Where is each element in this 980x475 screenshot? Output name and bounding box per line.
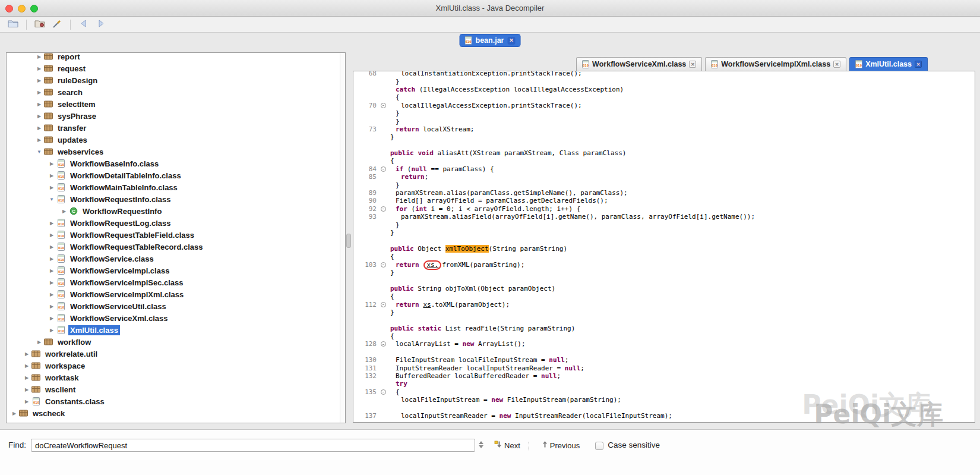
tree-item[interactable]: ▶transfer: [7, 122, 345, 134]
collapse-arrow-icon[interactable]: ▼: [48, 197, 56, 202]
expand-arrow-icon[interactable]: ▶: [60, 209, 68, 214]
close-tab-icon[interactable]: ✕: [915, 61, 922, 68]
code-lines[interactable]: 68localInstantiationException.printStack…: [353, 71, 975, 420]
collapse-region-icon[interactable]: [381, 389, 386, 395]
expand-arrow-icon[interactable]: ▶: [35, 54, 43, 59]
tree-item[interactable]: ▼010WorkflowRequestInfo.class: [7, 193, 345, 205]
expand-arrow-icon[interactable]: ▶: [23, 363, 31, 369]
expand-arrow-icon[interactable]: ▶: [48, 173, 56, 178]
tree-item[interactable]: ▶request: [7, 62, 345, 74]
expand-arrow-icon[interactable]: ▶: [35, 125, 43, 131]
expand-arrow-icon[interactable]: ▶: [48, 316, 56, 321]
find-next-button[interactable]: Next: [494, 441, 520, 450]
expand-arrow-icon[interactable]: ▶: [48, 292, 56, 297]
tree-item[interactable]: ▶010WorkflowServiceXml.class: [7, 312, 345, 324]
expand-arrow-icon[interactable]: ▶: [10, 411, 18, 416]
tree-item[interactable]: ▶selectItem: [7, 98, 345, 110]
back-button[interactable]: [77, 19, 91, 31]
tree-item[interactable]: ▶010WorkflowServiceUtil.class: [7, 300, 345, 312]
splitter-handle[interactable]: [346, 234, 351, 248]
expand-arrow-icon[interactable]: ▶: [48, 244, 56, 250]
tree-item[interactable]: ▶CWorkflowRequestInfo: [7, 205, 345, 217]
collapse-region-icon[interactable]: [381, 341, 386, 347]
expand-arrow-icon[interactable]: ▶: [23, 375, 31, 380]
expand-arrow-icon[interactable]: ▶: [48, 232, 56, 238]
expand-arrow-icon[interactable]: ▶: [23, 387, 31, 392]
expand-arrow-icon[interactable]: ▶: [48, 256, 56, 262]
expand-arrow-icon[interactable]: ▶: [23, 399, 31, 404]
collapse-region-icon[interactable]: [381, 262, 386, 268]
tree-item[interactable]: ▶workrelate.util: [7, 348, 345, 360]
tree-item[interactable]: ▶sysPhrase: [7, 110, 345, 122]
collapse-region-icon[interactable]: [381, 206, 386, 212]
collapse-region-icon[interactable]: [381, 103, 386, 108]
editor-tab[interactable]: 010WorkflowServiceXml.class✕: [576, 57, 702, 71]
tree-item[interactable]: ▶workspace: [7, 360, 345, 372]
tree-item[interactable]: ▶010WorkflowServiceImplXml.class: [7, 288, 345, 300]
search-button[interactable]: [50, 19, 64, 31]
stepper-down-icon[interactable]: [479, 445, 483, 448]
expand-arrow-icon[interactable]: ▶: [48, 221, 56, 226]
fold-icon[interactable]: [378, 262, 388, 268]
tree-item[interactable]: ▶report: [7, 52, 345, 62]
tree-item[interactable]: ▶search: [7, 86, 345, 98]
tree-item[interactable]: ▼webservices: [7, 146, 345, 158]
expand-arrow-icon[interactable]: ▶: [35, 78, 43, 83]
fold-icon[interactable]: [378, 341, 388, 347]
close-tab-icon[interactable]: ✕: [507, 37, 515, 45]
expand-arrow-icon[interactable]: ▶: [35, 102, 43, 107]
editor-tab[interactable]: 010XmlUtil.class✕: [849, 57, 928, 71]
tree-item[interactable]: ▶010WorkflowRequestTableField.class: [7, 229, 345, 241]
case-sensitive-checkbox[interactable]: [595, 442, 603, 450]
close-tab-icon[interactable]: ✕: [833, 61, 840, 68]
fold-icon[interactable]: [378, 206, 388, 212]
tree-item[interactable]: ▶010WorkflowRequestLog.class: [7, 217, 345, 229]
fold-icon[interactable]: [378, 103, 388, 108]
find-previous-button[interactable]: Previous: [540, 441, 580, 450]
expand-arrow-icon[interactable]: ▶: [48, 185, 56, 190]
collapse-region-icon[interactable]: [381, 302, 386, 307]
tree-item[interactable]: ▶010WorkflowRequestTableRecord.class: [7, 241, 345, 253]
expand-arrow-icon[interactable]: ▶: [35, 66, 43, 71]
fold-icon[interactable]: [378, 166, 388, 172]
collapse-region-icon[interactable]: [381, 166, 386, 172]
open-file-button[interactable]: [6, 19, 20, 31]
find-history-stepper[interactable]: [479, 441, 483, 448]
tree-item[interactable]: ▶010WorkflowServiceImpl.class: [7, 265, 345, 276]
expand-arrow-icon[interactable]: ▶: [48, 268, 56, 273]
tree-item[interactable]: ▶010WorkflowService.class: [7, 253, 345, 265]
class-icon: 010: [56, 266, 66, 275]
expand-arrow-icon[interactable]: ▶: [35, 137, 43, 143]
tree-item[interactable]: ▶worktask: [7, 372, 345, 383]
tree-item[interactable]: ▶wsclient: [7, 383, 345, 395]
tab-bean-jar[interactable]: 010 bean.jar ✕: [460, 34, 521, 47]
close-tab-icon[interactable]: ✕: [689, 61, 696, 68]
tree-item[interactable]: ▶workflow: [7, 336, 345, 348]
tree-item[interactable]: ▶010XmlUtil.class: [7, 324, 345, 336]
fold-icon[interactable]: [378, 302, 388, 307]
expand-arrow-icon[interactable]: ▶: [35, 114, 43, 119]
expand-arrow-icon[interactable]: ▶: [48, 304, 56, 309]
expand-arrow-icon[interactable]: ▶: [48, 328, 56, 333]
stepper-up-icon[interactable]: [479, 441, 483, 444]
forward-button[interactable]: [94, 19, 108, 31]
expand-arrow-icon[interactable]: ▶: [35, 90, 43, 95]
tree-item[interactable]: ▶ruleDesign: [7, 74, 345, 86]
tree-item[interactable]: ▶updates: [7, 134, 345, 146]
tree-item[interactable]: ▶010Constants.class: [7, 395, 345, 407]
open-type-button[interactable]: [33, 19, 47, 31]
find-input[interactable]: [31, 439, 475, 452]
editor-tab[interactable]: 010WorkflowServiceImplXml.class✕: [705, 57, 846, 71]
expand-arrow-icon[interactable]: ▶: [23, 351, 31, 357]
tree-item[interactable]: ▶010WorkflowServiceImplSec.class: [7, 276, 345, 288]
expand-arrow-icon[interactable]: ▶: [35, 339, 43, 345]
tree-item[interactable]: ▶010WorkflowMainTableInfo.class: [7, 181, 345, 193]
tree-item[interactable]: ▶010WorkflowDetailTableInfo.class: [7, 169, 345, 181]
tree-item[interactable]: ▶wscheck: [7, 407, 345, 419]
expand-arrow-icon[interactable]: ▶: [48, 280, 56, 285]
expand-arrow-icon[interactable]: ▶: [48, 161, 56, 166]
fold-icon[interactable]: [378, 389, 388, 395]
tree-item[interactable]: ▶010WorkflowBaseInfo.class: [7, 158, 345, 169]
tree-scrollbar[interactable]: [340, 53, 345, 423]
collapse-arrow-icon[interactable]: ▼: [35, 149, 43, 155]
